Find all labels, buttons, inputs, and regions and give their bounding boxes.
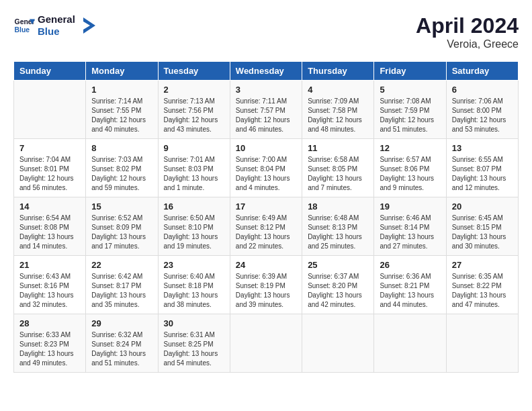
day-number: 22 xyxy=(91,260,152,270)
day-number: 13 xyxy=(452,143,513,153)
calendar-cell: 20Sunrise: 6:45 AM Sunset: 8:15 PM Dayli… xyxy=(446,197,518,256)
day-info: Sunrise: 6:42 AM Sunset: 8:17 PM Dayligh… xyxy=(91,272,152,310)
logo-text-blue: Blue xyxy=(38,26,75,38)
logo-text-general: General xyxy=(38,13,75,26)
svg-text:Blue: Blue xyxy=(15,26,30,34)
day-number: 7 xyxy=(19,143,80,153)
day-header-monday: Monday xyxy=(86,62,158,81)
calendar-cell: 18Sunrise: 6:48 AM Sunset: 8:13 PM Dayli… xyxy=(302,197,374,256)
calendar-cell: 7Sunrise: 7:04 AM Sunset: 8:01 PM Daylig… xyxy=(14,139,86,197)
day-info: Sunrise: 6:33 AM Sunset: 8:23 PM Dayligh… xyxy=(19,330,80,368)
day-number: 11 xyxy=(308,143,368,153)
day-info: Sunrise: 6:45 AM Sunset: 8:15 PM Dayligh… xyxy=(452,214,513,251)
calendar-cell: 14Sunrise: 6:54 AM Sunset: 8:08 PM Dayli… xyxy=(14,197,86,256)
day-info: Sunrise: 6:31 AM Sunset: 8:25 PM Dayligh… xyxy=(164,330,224,368)
calendar-cell: 5Sunrise: 7:08 AM Sunset: 7:59 PM Daylig… xyxy=(374,81,446,139)
day-number: 17 xyxy=(236,201,296,212)
calendar-cell: 21Sunrise: 6:43 AM Sunset: 8:16 PM Dayli… xyxy=(14,256,86,314)
day-info: Sunrise: 6:36 AM Sunset: 8:21 PM Dayligh… xyxy=(380,272,440,310)
calendar-cell: 10Sunrise: 7:00 AM Sunset: 8:04 PM Dayli… xyxy=(230,139,302,197)
day-info: Sunrise: 6:57 AM Sunset: 8:06 PM Dayligh… xyxy=(380,155,440,193)
logo: General Blue General Blue xyxy=(13,13,97,38)
calendar-cell: 17Sunrise: 6:49 AM Sunset: 8:12 PM Dayli… xyxy=(230,197,302,256)
day-header-friday: Friday xyxy=(374,62,446,81)
calendar-cell: 27Sunrise: 6:35 AM Sunset: 8:22 PM Dayli… xyxy=(446,256,518,314)
calendar-cell: 22Sunrise: 6:42 AM Sunset: 8:17 PM Dayli… xyxy=(86,256,158,314)
day-info: Sunrise: 6:58 AM Sunset: 8:05 PM Dayligh… xyxy=(308,155,368,193)
calendar-cell: 12Sunrise: 6:57 AM Sunset: 8:06 PM Dayli… xyxy=(374,139,446,197)
calendar-cell: 1Sunrise: 7:14 AM Sunset: 7:55 PM Daylig… xyxy=(86,81,158,139)
calendar-cell: 16Sunrise: 6:50 AM Sunset: 8:10 PM Dayli… xyxy=(158,197,230,256)
calendar-cell: 13Sunrise: 6:55 AM Sunset: 8:07 PM Dayli… xyxy=(446,139,518,197)
day-number: 8 xyxy=(91,143,152,153)
day-number: 20 xyxy=(452,201,513,212)
subtitle: Veroia, Greece xyxy=(416,38,519,50)
day-info: Sunrise: 7:11 AM Sunset: 7:57 PM Dayligh… xyxy=(236,97,296,134)
week-row-2: 7Sunrise: 7:04 AM Sunset: 8:01 PM Daylig… xyxy=(14,139,519,197)
calendar-body: 1Sunrise: 7:14 AM Sunset: 7:55 PM Daylig… xyxy=(14,81,519,373)
calendar-cell: 6Sunrise: 7:06 AM Sunset: 8:00 PM Daylig… xyxy=(446,81,518,139)
day-number: 18 xyxy=(308,201,368,212)
calendar-cell: 8Sunrise: 7:03 AM Sunset: 8:02 PM Daylig… xyxy=(86,139,158,197)
day-info: Sunrise: 7:00 AM Sunset: 8:04 PM Dayligh… xyxy=(236,155,296,193)
day-number: 27 xyxy=(452,260,513,270)
day-number: 26 xyxy=(380,260,440,270)
calendar-cell: 28Sunrise: 6:33 AM Sunset: 8:23 PM Dayli… xyxy=(14,314,86,373)
calendar-cell: 29Sunrise: 6:32 AM Sunset: 8:24 PM Dayli… xyxy=(86,314,158,373)
title-block: April 2024 Veroia, Greece xyxy=(416,13,519,50)
calendar-cell: 2Sunrise: 7:13 AM Sunset: 7:56 PM Daylig… xyxy=(158,81,230,139)
svg-marker-3 xyxy=(83,17,95,34)
day-number: 25 xyxy=(308,260,368,270)
calendar-cell: 25Sunrise: 6:37 AM Sunset: 8:20 PM Dayli… xyxy=(302,256,374,314)
day-number: 10 xyxy=(236,143,296,153)
calendar-cell: 3Sunrise: 7:11 AM Sunset: 7:57 PM Daylig… xyxy=(230,81,302,139)
logo-arrow-icon xyxy=(78,16,97,35)
calendar-cell: 26Sunrise: 6:36 AM Sunset: 8:21 PM Dayli… xyxy=(374,256,446,314)
day-info: Sunrise: 6:55 AM Sunset: 8:07 PM Dayligh… xyxy=(452,155,513,193)
day-info: Sunrise: 7:09 AM Sunset: 7:58 PM Dayligh… xyxy=(308,97,368,134)
day-number: 6 xyxy=(452,85,513,95)
day-header-wednesday: Wednesday xyxy=(230,62,302,81)
calendar-cell xyxy=(230,314,302,373)
day-info: Sunrise: 7:03 AM Sunset: 8:02 PM Dayligh… xyxy=(91,155,152,193)
day-number: 1 xyxy=(91,85,152,95)
day-number: 5 xyxy=(380,85,440,95)
calendar-table: SundayMondayTuesdayWednesdayThursdayFrid… xyxy=(13,61,519,373)
calendar-cell: 11Sunrise: 6:58 AM Sunset: 8:05 PM Dayli… xyxy=(302,139,374,197)
calendar-header: SundayMondayTuesdayWednesdayThursdayFrid… xyxy=(14,62,519,81)
day-number: 4 xyxy=(308,85,368,95)
day-info: Sunrise: 7:04 AM Sunset: 8:01 PM Dayligh… xyxy=(19,155,80,193)
day-info: Sunrise: 6:52 AM Sunset: 8:09 PM Dayligh… xyxy=(91,214,152,251)
day-info: Sunrise: 7:08 AM Sunset: 7:59 PM Dayligh… xyxy=(380,97,440,134)
day-info: Sunrise: 6:49 AM Sunset: 8:12 PM Dayligh… xyxy=(236,214,296,251)
day-number: 12 xyxy=(380,143,440,153)
calendar-cell xyxy=(302,314,374,373)
page-header: General Blue General Blue April 2024 Ver… xyxy=(13,13,519,50)
day-header-tuesday: Tuesday xyxy=(158,62,230,81)
day-info: Sunrise: 6:43 AM Sunset: 8:16 PM Dayligh… xyxy=(19,272,80,310)
day-number: 15 xyxy=(91,201,152,212)
day-number: 21 xyxy=(19,260,80,270)
day-number: 9 xyxy=(164,143,224,153)
day-info: Sunrise: 6:46 AM Sunset: 8:14 PM Dayligh… xyxy=(380,214,440,251)
calendar-cell xyxy=(374,314,446,373)
day-header-sunday: Sunday xyxy=(14,62,86,81)
day-info: Sunrise: 6:35 AM Sunset: 8:22 PM Dayligh… xyxy=(452,272,513,310)
main-title: April 2024 xyxy=(416,13,519,38)
day-info: Sunrise: 6:37 AM Sunset: 8:20 PM Dayligh… xyxy=(308,272,368,310)
day-info: Sunrise: 7:06 AM Sunset: 8:00 PM Dayligh… xyxy=(452,97,513,134)
day-number: 16 xyxy=(164,201,224,212)
calendar-cell: 23Sunrise: 6:40 AM Sunset: 8:18 PM Dayli… xyxy=(158,256,230,314)
day-number: 28 xyxy=(19,318,80,328)
day-header-thursday: Thursday xyxy=(302,62,374,81)
calendar-cell: 30Sunrise: 6:31 AM Sunset: 8:25 PM Dayli… xyxy=(158,314,230,373)
day-info: Sunrise: 6:32 AM Sunset: 8:24 PM Dayligh… xyxy=(91,330,152,368)
calendar-cell: 15Sunrise: 6:52 AM Sunset: 8:09 PM Dayli… xyxy=(86,197,158,256)
week-row-1: 1Sunrise: 7:14 AM Sunset: 7:55 PM Daylig… xyxy=(14,81,519,139)
day-info: Sunrise: 7:01 AM Sunset: 8:03 PM Dayligh… xyxy=(164,155,224,193)
day-number: 30 xyxy=(164,318,224,328)
day-info: Sunrise: 7:14 AM Sunset: 7:55 PM Dayligh… xyxy=(91,97,152,134)
calendar-cell: 24Sunrise: 6:39 AM Sunset: 8:19 PM Dayli… xyxy=(230,256,302,314)
day-header-saturday: Saturday xyxy=(446,62,518,81)
calendar-cell: 9Sunrise: 7:01 AM Sunset: 8:03 PM Daylig… xyxy=(158,139,230,197)
